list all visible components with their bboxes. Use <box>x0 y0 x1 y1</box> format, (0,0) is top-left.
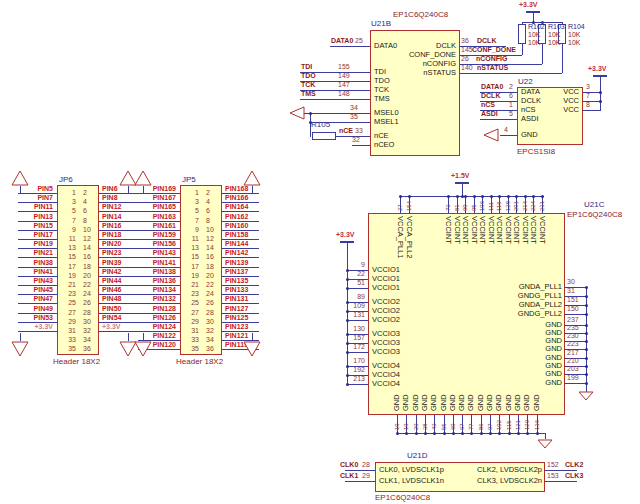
header-pin-number: 2 <box>83 189 87 196</box>
header-pin-number: 3 <box>62 198 76 205</box>
jp6-designator: JP6 <box>59 176 73 184</box>
wire <box>138 257 180 258</box>
u21c-pin-number: 213 <box>349 375 365 382</box>
wire <box>460 73 562 74</box>
junction-dot <box>481 195 484 198</box>
u21c-pin-number: 31 <box>567 287 575 294</box>
junction-dot <box>585 365 588 368</box>
u21b-pin-number: 148 <box>338 90 350 97</box>
header-net-label: PIN144 <box>225 240 248 247</box>
u22-part-label: EPCS1SI8 <box>517 148 555 156</box>
u22-pin-name: VCC <box>545 97 579 105</box>
u21d-pin-number: 152 <box>547 461 559 468</box>
net-label: nCONFIG <box>476 55 508 62</box>
u21b-pin-name: TCK <box>374 86 389 94</box>
offpage-down-arrow-icon <box>11 341 29 357</box>
junction-dot <box>480 432 483 435</box>
header-net-label: PIN7 <box>13 194 53 201</box>
header-pin-number: 9 <box>62 226 76 233</box>
u21c-pin-number: 199 <box>567 374 579 381</box>
u21c-pin-number: 235 <box>567 324 579 331</box>
gnd-arrow-icon <box>483 128 499 142</box>
wire <box>99 257 139 258</box>
header-net-label: PIN53 <box>13 314 53 321</box>
u21c-pin-name: GND <box>480 370 562 378</box>
u21c-designator: U21C <box>584 201 604 209</box>
u21c-pin-name: VCCINT <box>479 216 487 244</box>
junction-dot <box>599 100 602 103</box>
u22-designator: U22 <box>518 78 533 86</box>
u21d-pin-number: 28 <box>362 461 370 468</box>
u21c-pin-number: 86 <box>478 423 484 430</box>
wire <box>522 44 523 55</box>
header-net-label: PIN45 <box>13 286 53 293</box>
header-pin-number: 29 <box>62 318 76 325</box>
header-pin-number: 29 <box>185 318 199 325</box>
u21c-pin-number: 29 <box>413 423 419 430</box>
junction-dot <box>309 121 312 124</box>
header-net-label: PIN46 <box>102 286 121 293</box>
header-net-label: PIN163 <box>136 213 176 220</box>
header-pin-number: 17 <box>62 263 76 270</box>
header-pin-number: 8 <box>83 217 87 224</box>
header-net-label: PIN160 <box>225 222 248 229</box>
u21d-pin-name: CLK3, LVDSCLK2n <box>430 477 542 485</box>
u21c-pin-name: VCCINT <box>471 216 479 244</box>
u21c-pin-name: VCCIO1 <box>372 266 400 274</box>
junction-dot <box>526 432 529 435</box>
header-net-label: PIN138 <box>136 268 176 275</box>
net-label: TMS <box>301 90 316 97</box>
header-net-label: PIN131 <box>225 295 248 302</box>
wire <box>347 288 368 289</box>
u22-pin-name: VCC <box>545 106 579 114</box>
wire <box>18 331 57 332</box>
header-pin-number: 13 <box>62 244 76 251</box>
u21c-pin-number: 22 <box>349 270 365 277</box>
header-net-label: PIN166 <box>225 194 248 201</box>
wire <box>345 481 375 482</box>
junction-dot <box>346 383 349 386</box>
header-pin-number: 2 <box>206 189 210 196</box>
header-pin-number: 18 <box>83 263 91 270</box>
junction-dot <box>489 432 492 435</box>
header-net-label: PIN123 <box>225 323 248 330</box>
u21c-pin-number: 203 <box>567 365 579 372</box>
wire <box>143 333 144 341</box>
wire <box>252 333 253 341</box>
u22-pin-number: 6 <box>509 92 513 99</box>
u22-pin-number: 5 <box>509 110 513 117</box>
junction-dot <box>585 382 588 385</box>
header-net-label: PIN164 <box>225 203 248 210</box>
header-net-label: PIN162 <box>225 213 248 220</box>
u22-pin-name: ASDI <box>521 115 539 123</box>
header-pin-number: 25 <box>185 299 199 306</box>
header-net-label: PIN15 <box>13 222 53 229</box>
wire <box>347 384 368 385</box>
u21b-pin-name: TDO <box>374 77 390 85</box>
u21c-pin-name: GND <box>480 345 562 353</box>
net-label: CLK2 <box>565 461 583 468</box>
power-label-1v5-u21c: +1.5V <box>451 172 470 179</box>
wire <box>128 186 129 193</box>
header-pin-number: 33 <box>62 336 76 343</box>
wire <box>500 135 517 136</box>
net-label: TCK <box>301 81 315 88</box>
u22-pin-number: 7 <box>586 92 590 99</box>
u21c-pin-number: 97 <box>487 423 493 430</box>
u21b-pin-number: 32 <box>352 136 360 143</box>
u21c-pin-number: 10 <box>394 423 400 430</box>
header-pin-number: 12 <box>83 235 91 242</box>
u22-pin-number: 2 <box>509 83 513 90</box>
u21c-pin-name: GND <box>440 394 448 411</box>
gnd-triangle-icon <box>537 439 553 449</box>
wire <box>143 186 144 193</box>
resistor-designator: R103 <box>548 23 565 30</box>
header-pin-number: 19 <box>62 272 76 279</box>
wire <box>347 320 368 321</box>
u21c-pin-number: 237 <box>567 316 579 323</box>
header-pin-number: 20 <box>206 272 214 279</box>
u21c-pin-number: 38 <box>422 423 428 430</box>
header-net-label: PIN42 <box>102 268 121 275</box>
junction-dot <box>541 195 544 198</box>
wire <box>345 470 375 471</box>
